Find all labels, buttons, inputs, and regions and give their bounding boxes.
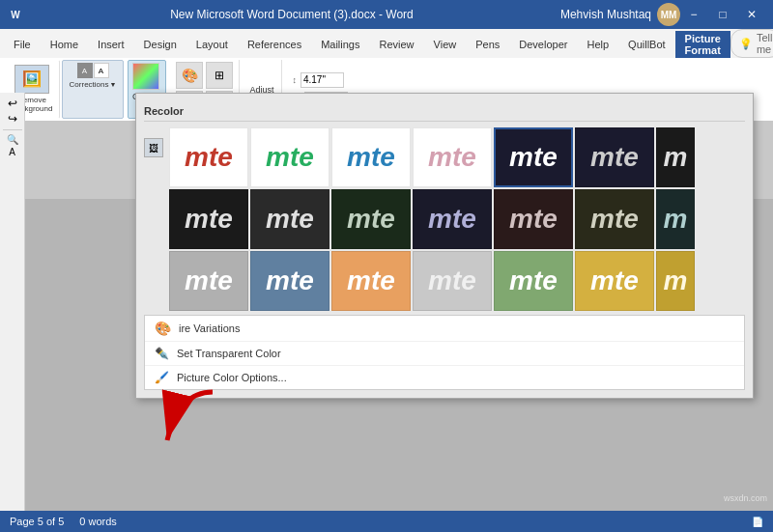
- arrow-indicator: [150, 387, 227, 464]
- recolor-cell[interactable]: mte: [413, 251, 492, 311]
- recolor-header: Recolor: [144, 101, 745, 122]
- user-name: Mehvish Mushtaq: [560, 8, 651, 21]
- tab-references[interactable]: References: [238, 31, 311, 58]
- recolor-cell[interactable]: mte: [575, 189, 654, 249]
- more-variations-icon: 🎨: [155, 321, 171, 336]
- height-input[interactable]: [301, 72, 344, 88]
- ribbon-right-area: 💡 Tell me 👤 Share: [730, 29, 773, 58]
- window-title: New Microsoft Word Document (3).docx - W…: [23, 8, 560, 21]
- recolor-cell[interactable]: mte: [575, 251, 654, 311]
- format-btn[interactable]: A: [9, 147, 15, 157]
- compress-btn[interactable]: ⊞: [206, 62, 233, 89]
- recolor-cell[interactable]: mte: [250, 189, 329, 249]
- lightbulb-icon: 💡: [739, 38, 753, 50]
- picture-color-options-item[interactable]: 🖌️ Picture Color Options...: [145, 366, 744, 389]
- tab-help[interactable]: Help: [577, 31, 618, 58]
- tell-me-label: Tell me: [757, 32, 773, 55]
- artistic-effects-btn[interactable]: 🎨: [176, 62, 203, 89]
- corrections-label: Corrections: [70, 80, 109, 89]
- tab-developer[interactable]: Developer: [509, 31, 577, 58]
- menu-items-section: 🎨 ire Variations ✒️ Set Transparent Colo…: [144, 315, 745, 390]
- recolor-cell[interactable]: mte: [494, 251, 573, 311]
- tab-review[interactable]: Review: [370, 31, 424, 58]
- recolor-row-1: mte mte mte mte mte mte m: [169, 127, 745, 187]
- user-info: Mehvish Mushtaq MM: [560, 3, 680, 26]
- recolor-cell-partial[interactable]: m: [656, 189, 695, 249]
- minimize-button[interactable]: −: [680, 5, 707, 24]
- set-transparent-color-item[interactable]: ✒️ Set Transparent Color: [145, 342, 744, 366]
- no-recolor-thumb: 🖼: [144, 138, 163, 157]
- recolor-cell[interactable]: mte: [331, 127, 411, 187]
- left-toolbar: ↩ ↪ 🔍 A: [0, 93, 25, 511]
- more-variations-label: ire Variations: [179, 322, 240, 334]
- recolor-row-3: mte mte mte mte mte mte m: [169, 251, 745, 311]
- recolor-dropdown: Recolor 🖼 mte mte mte mte mte mte m mte: [135, 93, 754, 399]
- tab-file[interactable]: File: [4, 31, 41, 58]
- undo-btn[interactable]: ↩: [8, 97, 17, 110]
- tell-me-input[interactable]: 💡 Tell me: [730, 29, 773, 58]
- status-bar: Page 5 of 5 0 words 📄: [0, 511, 773, 532]
- tab-view[interactable]: View: [424, 31, 467, 58]
- recolor-cell[interactable]: mte: [250, 127, 329, 187]
- title-bar: W New Microsoft Word Document (3).docx -…: [0, 0, 773, 29]
- page-info: Page 5 of 5: [10, 516, 64, 527]
- recolor-cell[interactable]: mte: [494, 189, 573, 249]
- tab-quillbot[interactable]: QuillBot: [618, 31, 675, 58]
- recolor-cell[interactable]: mte: [169, 127, 248, 187]
- recolor-cell-partial[interactable]: m: [656, 127, 695, 187]
- recolor-cell[interactable]: mte: [413, 189, 492, 249]
- recolor-cell[interactable]: mte: [413, 127, 492, 187]
- zoom-btn[interactable]: 🔍: [7, 134, 18, 145]
- avatar: MM: [657, 3, 680, 26]
- ribbon-tabs: File Home Insert Design Layout Reference…: [0, 29, 773, 58]
- recolor-cell[interactable]: mte: [331, 189, 411, 249]
- view-mode-icon: 📄: [752, 517, 763, 527]
- recolor-cell[interactable]: mte: [169, 189, 248, 249]
- recolor-cell-selected[interactable]: mte: [494, 127, 573, 187]
- recolor-cell[interactable]: mte: [169, 251, 248, 311]
- close-button[interactable]: ✕: [738, 5, 765, 24]
- recolor-cell[interactable]: mte: [250, 251, 329, 311]
- word-count: 0 words: [79, 516, 117, 527]
- redo-btn[interactable]: ↪: [8, 112, 17, 126]
- tab-mailings[interactable]: Mailings: [311, 31, 369, 58]
- picture-color-options-label: Picture Color Options...: [177, 372, 287, 383]
- set-transparent-label: Set Transparent Color: [177, 348, 281, 359]
- corrections-button[interactable]: A A Corrections ▼: [62, 60, 124, 119]
- window-controls: − □ ✕: [680, 5, 765, 24]
- recolor-cell[interactable]: mte: [331, 251, 411, 311]
- tab-design[interactable]: Design: [134, 31, 186, 58]
- recolor-cell[interactable]: mte: [575, 127, 654, 187]
- tab-picture-format[interactable]: Picture Format: [675, 31, 730, 58]
- tab-pens[interactable]: Pens: [466, 31, 509, 58]
- color-options-icon: 🖌️: [155, 371, 169, 384]
- recolor-row-2: mte mte mte mte mte mte m: [169, 189, 745, 249]
- more-variations-item[interactable]: 🎨 ire Variations: [145, 316, 744, 342]
- corrections-dropdown-icon: ▼: [109, 81, 116, 88]
- transparent-color-icon: ✒️: [155, 347, 169, 360]
- tab-insert[interactable]: Insert: [88, 31, 134, 58]
- recolor-cell-partial[interactable]: m: [656, 251, 695, 311]
- tab-home[interactable]: Home: [41, 31, 88, 58]
- tab-layout[interactable]: Layout: [186, 31, 238, 58]
- maximize-button[interactable]: □: [709, 5, 736, 24]
- watermark: wsxdn.com: [724, 493, 767, 503]
